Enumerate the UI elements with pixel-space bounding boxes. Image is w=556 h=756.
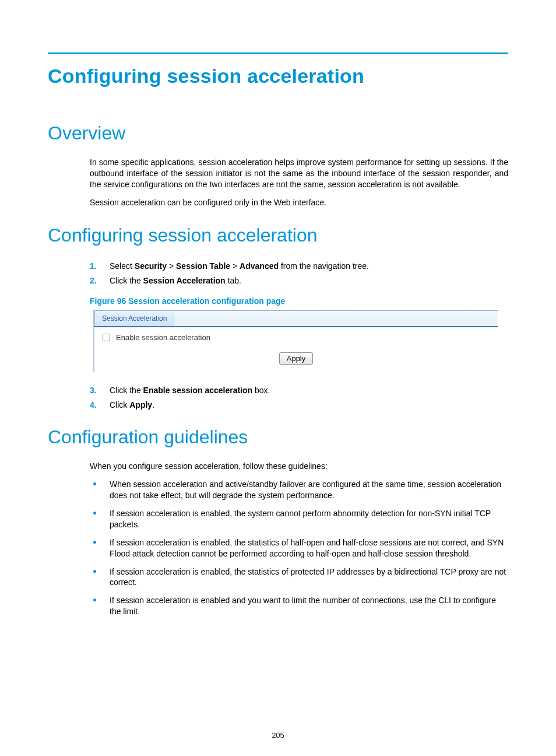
page: Configuring session acceleration Overvie… [0, 0, 556, 756]
screenshot-tabbar: Session Acceleration [94, 310, 498, 327]
guideline-item: When session acceleration and active/sta… [90, 479, 508, 501]
config-steps: 1. Select Security > Session Table > Adv… [90, 259, 508, 288]
page-top-rule [48, 52, 508, 54]
step-number: 1. [90, 259, 97, 274]
overview-body: In some specific applications, session a… [90, 157, 508, 208]
guideline-item: If session acceleration is enabled, the … [90, 566, 508, 589]
config-step-1: 1. Select Security > Session Table > Adv… [90, 259, 508, 274]
apply-button[interactable]: Apply [279, 352, 314, 365]
overview-paragraph: Session acceleration can be configured o… [90, 197, 508, 208]
guideline-item: If session acceleration is enabled and y… [90, 595, 508, 617]
step-number: 2. [90, 274, 97, 288]
apply-row: Apply [103, 352, 490, 365]
overview-paragraph: In some specific applications, session a… [90, 157, 508, 190]
step-text: Click Apply. [110, 400, 154, 410]
config-body: 1. Select Security > Session Table > Adv… [90, 259, 508, 413]
step-number: 4. [90, 398, 97, 412]
step-number: 3. [90, 383, 97, 398]
guidelines-intro: When you configure session acceleration,… [90, 461, 508, 472]
guidelines-bullets: When session acceleration and active/sta… [90, 479, 508, 617]
config-step-3: 3. Click the Enable session acceleration… [90, 383, 508, 398]
config-step-4: 4. Click Apply. [90, 398, 508, 412]
section-heading-config: Configuring session acceleration [48, 225, 508, 246]
guideline-item: If session acceleration is enabled, the … [90, 537, 508, 559]
step-text: Click the Enable session acceleration bo… [110, 386, 270, 395]
config-steps-cont: 3. Click the Enable session acceleration… [90, 383, 508, 412]
enable-session-acceleration-checkbox[interactable] [103, 334, 110, 341]
page-number: 205 [0, 731, 556, 740]
tab-session-acceleration[interactable]: Session Acceleration [94, 311, 174, 326]
page-title: Configuring session acceleration [48, 65, 508, 88]
config-step-2: 2. Click the Session Acceleration tab. [90, 274, 508, 288]
guidelines-body: When you configure session acceleration,… [90, 461, 508, 617]
section-heading-guidelines: Configuration guidelines [48, 426, 508, 448]
step-text: Click the Session Acceleration tab. [110, 276, 241, 285]
guideline-item: If session acceleration is enabled, the … [90, 508, 508, 530]
section-heading-overview: Overview [48, 123, 508, 144]
figure-caption: Figure 96 Session acceleration configura… [90, 296, 508, 306]
step-text: Select Security > Session Table > Advanc… [110, 261, 369, 271]
enable-session-acceleration-row: Enable session acceleration [103, 333, 490, 342]
figure-screenshot: Session Acceleration Enable session acce… [93, 310, 498, 372]
enable-session-acceleration-label: Enable session acceleration [116, 333, 210, 342]
screenshot-body: Enable session acceleration Apply [94, 327, 498, 372]
